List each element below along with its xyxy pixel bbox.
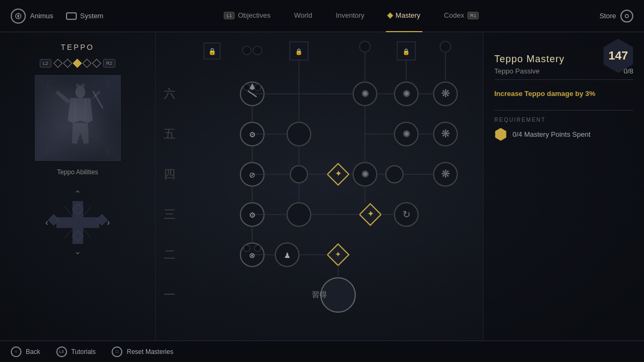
hex-shape: 147 — [601, 39, 635, 73]
panel-subtitle-text: Teppo Passive — [494, 67, 540, 75]
r2-badge: R2 — [103, 59, 116, 68]
row-label-6: 六 — [164, 86, 175, 102]
mastery-diamond — [387, 12, 393, 18]
animus-nav[interactable]: Animus — [11, 9, 53, 24]
requirement-item: 0/4 Mastery Points Spent — [494, 128, 633, 141]
svg-point-27 — [360, 41, 370, 52]
system-icon — [66, 12, 77, 20]
requirement-label: REQUIREMENT — [494, 117, 633, 123]
svg-marker-45 — [327, 164, 349, 185]
svg-point-57 — [254, 84, 261, 91]
svg-line-88 — [248, 90, 257, 98]
tutorials-label: Tutorials — [71, 348, 96, 356]
svg-rect-25 — [290, 42, 308, 60]
nav-right-arrow[interactable]: › — [107, 218, 109, 227]
svg-text:🔒: 🔒 — [295, 48, 303, 55]
svg-point-56 — [244, 84, 250, 91]
description-percent: 3% — [586, 90, 596, 98]
store-button[interactable]: Store — [599, 10, 633, 23]
store-icon — [620, 10, 633, 23]
nav-objectives[interactable]: L1 Objectives — [222, 0, 273, 32]
svg-point-40 — [287, 122, 311, 146]
l2-badge: L2 — [40, 59, 52, 68]
svg-point-30 — [440, 41, 451, 52]
svg-point-59 — [254, 245, 261, 252]
svg-point-49 — [240, 203, 264, 226]
nav-right: Store — [599, 10, 633, 23]
svg-point-41 — [394, 122, 418, 146]
svg-text:♟: ♟ — [284, 251, 291, 260]
svg-point-46 — [353, 162, 377, 186]
system-nav[interactable]: System — [66, 12, 103, 20]
panel-description: Increase Teppo damage by 3% — [494, 88, 633, 99]
animus-label: Animus — [30, 12, 53, 20]
row-label-2: 二 — [164, 247, 175, 263]
req-icon — [494, 128, 507, 141]
svg-point-52 — [394, 203, 418, 226]
nav-center: L1 Objectives World Inventory Mastery Co… — [104, 0, 599, 32]
svg-text:🔒: 🔒 — [402, 48, 410, 55]
tree-connections: 🔒 🔒 🔒 — [156, 32, 483, 341]
nav-mastery[interactable]: Mastery — [386, 0, 422, 32]
svg-point-48 — [434, 162, 457, 186]
svg-text:⚙: ⚙ — [249, 130, 256, 139]
back-label: Back — [26, 348, 40, 356]
character-name: TEPPO — [61, 43, 94, 51]
skill-dot-5 — [92, 59, 101, 68]
svg-marker-89 — [250, 83, 255, 90]
right-panel: 147 Teppo Mastery Teppo Passive 0/8 Incr… — [483, 32, 644, 341]
row-label-1: 一 — [164, 287, 175, 303]
top-navigation: Animus System L1 Objectives World Invent… — [0, 0, 644, 32]
nav-left-arrow[interactable]: ‹ — [46, 218, 48, 227]
character-portrait — [35, 75, 121, 161]
mastery-points-badge: 147 — [601, 39, 635, 73]
codex-badge: R1 — [467, 12, 479, 19]
nav-inventory[interactable]: Inventory — [334, 0, 367, 32]
tutorials-button[interactable]: L3 Tutorials — [56, 346, 96, 357]
svg-text:↻: ↻ — [402, 209, 411, 220]
skill-dot-4 — [82, 59, 91, 68]
reset-button[interactable]: □ Reset Masteries — [112, 346, 173, 357]
cross-diamonds — [46, 201, 110, 244]
svg-point-37 — [394, 82, 418, 106]
description-text: Increase Teppo damage by — [494, 90, 583, 98]
row-label-3: 三 — [164, 206, 175, 223]
nav-up-arrow[interactable]: ⌃ — [70, 187, 85, 201]
divider-1 — [494, 110, 633, 110]
svg-point-23 — [243, 46, 251, 55]
back-icon: ○ — [11, 346, 21, 357]
svg-point-38 — [434, 82, 457, 106]
svg-text:❋: ❋ — [441, 87, 450, 99]
inventory-label: Inventory — [336, 11, 364, 19]
svg-point-44 — [290, 166, 308, 183]
svg-point-36 — [353, 82, 377, 106]
nav-codex[interactable]: Codex R1 — [442, 0, 481, 32]
svg-text:✺: ✺ — [402, 88, 411, 99]
system-label: System — [80, 12, 103, 20]
skill-dots: L2 R2 — [40, 59, 116, 68]
nav-down-arrow[interactable]: ⌄ — [70, 244, 85, 258]
bottom-node-text: 習得 — [312, 290, 327, 300]
svg-text:⚙: ⚙ — [249, 211, 256, 219]
skill-dot-1 — [53, 59, 62, 68]
back-button[interactable]: ○ Back — [11, 346, 40, 357]
left-panel: TEPPO L2 R2 — [0, 32, 156, 341]
svg-point-24 — [253, 46, 262, 55]
svg-point-53 — [240, 243, 264, 267]
svg-marker-18 — [97, 215, 107, 225]
svg-marker-16 — [72, 231, 83, 241]
reset-icon: □ — [112, 346, 122, 357]
codex-label: Codex — [444, 11, 464, 19]
svg-text:✺: ✺ — [402, 129, 411, 139]
svg-point-60 — [321, 278, 355, 312]
svg-point-42 — [434, 122, 457, 146]
svg-point-54 — [275, 243, 299, 267]
svg-point-58 — [244, 245, 250, 252]
svg-point-35 — [240, 82, 264, 106]
skill-dot-3 — [72, 59, 82, 68]
svg-text:🔒: 🔒 — [208, 47, 216, 55]
svg-marker-51 — [360, 204, 381, 225]
svg-text:✦: ✦ — [335, 250, 341, 258]
svg-rect-28 — [397, 42, 415, 60]
nav-world[interactable]: World — [292, 0, 314, 32]
